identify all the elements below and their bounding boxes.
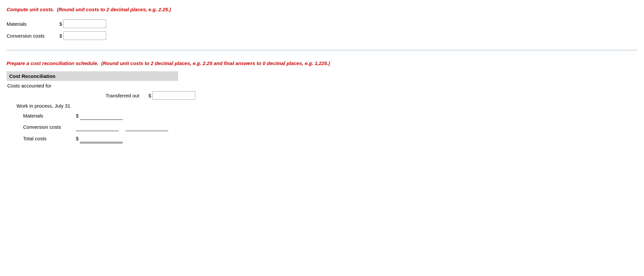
wip-conversion-input-right[interactable]	[125, 122, 168, 131]
wip-materials-dollar: $	[76, 113, 79, 119]
top-instruction-bold: (Round unit costs to 2 decimal places, e…	[57, 7, 171, 12]
total-costs-input[interactable]	[80, 134, 123, 142]
wip-conversion-input-left[interactable]	[76, 122, 119, 131]
wip-conversion-row: Conversion costs	[7, 122, 637, 131]
bottom-instruction-plain: Prepare a cost reconciliation schedule.	[7, 60, 98, 66]
total-costs-row: Total costs $	[7, 134, 637, 143]
cost-reconciliation-header: Cost Reconciliation	[7, 71, 178, 81]
transferred-out-label: Transferred out	[96, 93, 148, 98]
wip-label: Work in process, July 31	[7, 103, 637, 109]
wip-materials-label: Materials	[23, 113, 76, 119]
top-instruction-plain: Compute unit costs.	[7, 7, 54, 12]
top-instruction: Compute unit costs. (Round unit costs to…	[7, 7, 637, 12]
bottom-instruction-bold: (Round unit costs to 2 decimal places, e…	[101, 60, 330, 66]
bottom-instruction: Prepare a cost reconciliation schedule. …	[7, 60, 637, 66]
conversion-costs-input[interactable]	[63, 31, 106, 40]
total-costs-input-wrap	[80, 134, 123, 143]
materials-label: Materials	[7, 21, 59, 27]
transferred-out-row: Transferred out $	[7, 91, 637, 100]
materials-dollar: $	[59, 21, 62, 27]
costs-accounted-for-label: Costs accounted for	[7, 83, 637, 88]
wip-materials-input[interactable]	[80, 111, 123, 120]
total-costs-label: Total costs	[23, 136, 76, 141]
materials-input[interactable]	[63, 19, 106, 28]
total-costs-dollar: $	[76, 136, 79, 141]
transferred-out-dollar: $	[148, 93, 151, 98]
conversion-costs-label: Conversion costs	[7, 33, 59, 39]
conversion-costs-row: Conversion costs $	[7, 31, 637, 40]
transferred-out-input[interactable]	[152, 91, 195, 100]
wip-materials-row: Materials $	[7, 111, 637, 120]
materials-row: Materials $	[7, 19, 637, 28]
wip-conversion-label: Conversion costs	[23, 124, 76, 130]
conversion-costs-dollar: $	[59, 33, 62, 39]
